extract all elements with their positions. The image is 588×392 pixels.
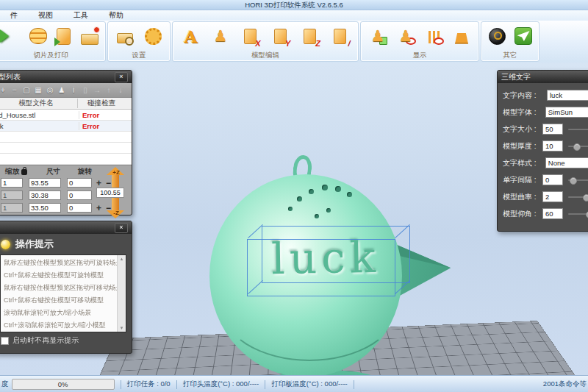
text3d-field-row: 模型厚度 : 10: [503, 138, 588, 154]
menu-tools[interactable]: 工具: [74, 10, 88, 21]
dont-show-label: 启动时不再显示提示: [12, 335, 79, 346]
print-preview-icon[interactable]: [114, 24, 136, 48]
center-model-icon[interactable]: ◎: [45, 86, 55, 94]
increase-button[interactable]: +: [96, 179, 101, 187]
field-label: 模型曲率 :: [503, 192, 542, 202]
increase-button[interactable]: +: [96, 204, 101, 212]
settings-gear-icon[interactable]: [142, 24, 164, 48]
column-filename: 模型文件名: [0, 99, 78, 108]
slider-track[interactable]: [568, 196, 588, 198]
support-visibility-icon[interactable]: [423, 24, 445, 48]
field-value-input[interactable]: 60: [542, 208, 563, 219]
vent-hole: [322, 185, 328, 190]
field-label: 模型厚度 :: [503, 141, 542, 152]
cut-model-icon[interactable]: /: [329, 24, 351, 48]
toolbar-group-label: 切片及打印: [0, 51, 105, 60]
close-icon[interactable]: ×: [115, 72, 128, 82]
z-plus-label: +Z: [107, 169, 126, 176]
move-model-icon[interactable]: →: [92, 86, 102, 94]
new-file-icon[interactable]: ▢: [21, 86, 32, 94]
slider-handle[interactable]: [583, 194, 588, 202]
tips-panel: × 操作提示 鼠标左键按住模型预览区拖动可旋转场景Ctrl+鼠标左键按住模型可旋…: [0, 221, 132, 354]
print-icon[interactable]: [79, 24, 101, 48]
tip-item: Ctrl+滚动鼠标滚轮可放大/缩小模型: [1, 318, 126, 330]
mirror-y-icon[interactable]: Y: [269, 24, 291, 48]
table-row[interactable]: [0, 132, 132, 143]
delete-model-icon[interactable]: ▯: [80, 86, 90, 94]
toolbar-group-label: 模型编辑: [173, 51, 358, 60]
toolbar-group-model-edit: A♟XYZ/ 模型编辑: [172, 21, 359, 62]
close-icon[interactable]: ×: [115, 223, 128, 233]
status-bar: 度 0% 打印任务 : 0/0 打印头温度(°C) : 000/---- 打印板…: [0, 375, 588, 392]
field-value-input[interactable]: 10: [542, 140, 563, 152]
field-value-input[interactable]: luck: [547, 90, 588, 101]
scale-header: 缩放: [5, 167, 19, 177]
share-icon[interactable]: [512, 24, 534, 48]
slider-track[interactable]: [568, 179, 588, 181]
platform-icon[interactable]: [451, 24, 473, 48]
z-value-box[interactable]: 100.55: [96, 188, 124, 198]
field-value-input[interactable]: None: [545, 157, 588, 168]
slider-track[interactable]: [568, 213, 588, 215]
size-input[interactable]: 30.38: [29, 190, 61, 200]
scroll-up-icon[interactable]: ▲: [118, 257, 126, 261]
slider-track[interactable]: [568, 129, 588, 130]
table-row[interactable]: rd_House.stl Error: [0, 110, 132, 121]
add-model-icon[interactable]: +: [0, 86, 8, 94]
toolbar-group-settings: 设置: [107, 21, 171, 62]
z-minus-label: -Z: [107, 210, 126, 216]
text3d-header: 三维文字: [498, 71, 588, 83]
size-input[interactable]: 33.50: [29, 203, 61, 213]
slider-handle[interactable]: [573, 143, 581, 151]
rotate-input[interactable]: 0: [67, 190, 92, 200]
vent-hole: [315, 214, 319, 218]
text3d-field-row: 文字内容 : luck: [503, 87, 588, 104]
field-value-input[interactable]: 50: [542, 124, 563, 135]
table-row[interactable]: ck Error: [0, 121, 132, 132]
dont-show-checkbox[interactable]: [1, 337, 9, 345]
field-label: 单字间隔 :: [503, 175, 542, 185]
field-value-input[interactable]: SimSun: [545, 107, 588, 118]
import-file-icon[interactable]: [53, 24, 75, 48]
tip-item: Ctrl+鼠标左键按住模型可旋转模型: [1, 268, 126, 280]
menu-file[interactable]: 件: [10, 10, 18, 21]
rotate-input[interactable]: 0: [67, 178, 92, 188]
camera-icon[interactable]: [487, 24, 509, 48]
hide-model-icon[interactable]: ♟: [395, 24, 417, 48]
rotate-input[interactable]: 0: [67, 203, 92, 213]
mirror-z-icon[interactable]: Z: [299, 24, 321, 48]
field-value-input[interactable]: 0: [542, 174, 563, 185]
model-upload-icon[interactable]: ♟: [57, 86, 67, 94]
remove-model-icon[interactable]: −: [10, 86, 20, 94]
table-row[interactable]: [0, 154, 132, 165]
move-down-icon[interactable]: ↓: [115, 86, 126, 94]
table-row[interactable]: [0, 143, 132, 154]
selection-box-front: [247, 239, 395, 296]
scale-input[interactable]: 1: [1, 203, 23, 213]
text3d-title: 三维文字: [501, 72, 531, 82]
menu-help[interactable]: 帮助: [109, 10, 123, 21]
load-model-icon[interactable]: [1, 24, 24, 48]
field-value-input[interactable]: 2: [542, 191, 563, 202]
scale-input[interactable]: 1: [1, 178, 23, 188]
print-task-status: 打印任务 : 0/0: [127, 379, 171, 389]
text-tool-icon[interactable]: A: [179, 24, 201, 48]
scale-input[interactable]: 1: [1, 190, 23, 200]
tips-scrollbar[interactable]: ▲ ▼: [117, 255, 126, 332]
slider-handle[interactable]: [570, 177, 577, 185]
vent-hole: [297, 196, 302, 202]
info-icon[interactable]: i: [68, 86, 79, 94]
menu-view[interactable]: 视图: [38, 10, 53, 21]
lock-icon[interactable]: [21, 169, 27, 175]
show-model-icon[interactable]: ♟: [367, 24, 389, 48]
array-icon[interactable]: ▦: [33, 86, 43, 94]
model-pawn-icon[interactable]: ♟: [209, 24, 232, 48]
slice-database-icon[interactable]: [27, 24, 49, 48]
move-up-icon[interactable]: ↑: [104, 86, 114, 94]
mirror-x-icon[interactable]: X: [240, 24, 262, 48]
slider-track[interactable]: [568, 146, 588, 147]
vent-hole: [288, 207, 293, 211]
lightbulb-icon: [1, 240, 10, 249]
size-input[interactable]: 93.55: [29, 178, 61, 188]
scroll-down-icon[interactable]: ▼: [118, 326, 126, 330]
